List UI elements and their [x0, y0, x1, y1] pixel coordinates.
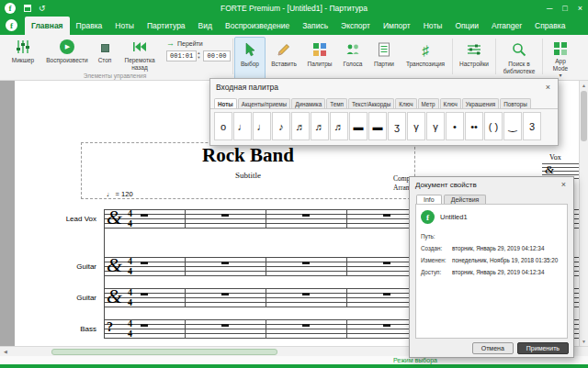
settings-label: Настройки	[459, 61, 489, 68]
instrument-label-guitar-2[interactable]: Guitar	[26, 294, 96, 302]
palette-item-quarter-rest[interactable]: ʒ	[388, 112, 406, 140]
input-palette-window[interactable]: Входная палитра × Ноты Акценты/приемы Ди…	[209, 78, 559, 146]
menu-tab-options[interactable]: Опции	[448, 17, 485, 35]
time-field[interactable]: 00:00	[203, 50, 230, 61]
palette-tab-notes[interactable]: Ноты	[214, 98, 237, 108]
properties-titlebar[interactable]: Документ свойств ×	[410, 177, 573, 192]
palette-item-sixteenth-rest[interactable]: γ	[426, 112, 445, 140]
palette-item-eighth-rest[interactable]: γ	[407, 112, 425, 140]
app-mode-button[interactable]: App Mode ▾	[544, 37, 577, 80]
menu-tab-score[interactable]: Партитура	[141, 17, 192, 35]
palette-item-half-note[interactable]: ♩	[233, 112, 252, 140]
vertical-scrollbar[interactable]: ▲ ▼	[579, 81, 588, 346]
parts-button[interactable]: Партии	[368, 37, 400, 80]
undo-icon[interactable]: ↺	[39, 0, 46, 17]
menu-tab-view[interactable]: Вид	[192, 17, 219, 35]
instrument-label-bass[interactable]: Bass	[26, 325, 96, 333]
menu-tab-notes-2[interactable]: Ноты	[417, 17, 449, 35]
menu-tab-playback[interactable]: Воспроизведение	[219, 17, 296, 35]
palette-item-tie[interactable]: ‿	[503, 112, 522, 140]
app-mode-label: App Mode	[548, 58, 572, 72]
score-subtitle[interactable]: Subtitle	[81, 171, 415, 180]
palette-item-thirty-second-note[interactable]: ♬	[311, 112, 329, 140]
scroll-down-icon[interactable]: ▼	[580, 337, 588, 346]
palette-tab-accents[interactable]: Акценты/приемы	[238, 98, 290, 108]
properties-close-icon[interactable]: ×	[560, 180, 568, 189]
tempo-marking[interactable]: ♩ = 120	[107, 190, 133, 198]
menu-tab-arranger[interactable]: Arranger	[485, 17, 528, 35]
parts-icon	[378, 40, 390, 59]
rewind-button[interactable]: Перемотка назад	[118, 38, 162, 72]
menu-tab-help[interactable]: Справка	[528, 17, 571, 35]
vertical-scroll-thumb[interactable]	[581, 91, 587, 141]
palette-tab-clef[interactable]: Ключ	[395, 98, 416, 108]
menu-tab-edit[interactable]: Правка	[70, 17, 109, 35]
properties-tab-actions[interactable]: Действия	[444, 195, 487, 204]
voices-label: Голоса	[344, 61, 363, 68]
save-icon[interactable]	[24, 5, 31, 12]
palette-item-double-dot[interactable]: ••	[465, 112, 483, 140]
scroll-up-icon[interactable]: ▲	[580, 81, 588, 90]
palette-tab-clef-2[interactable]: Ключ	[440, 98, 461, 108]
menu-tab-export[interactable]: Экспорт	[334, 17, 377, 35]
menu-tab-home[interactable]: Главная	[25, 17, 70, 35]
palette-titlebar[interactable]: Входная палитра ×	[210, 79, 558, 95]
voices-icon	[345, 40, 360, 59]
palette-item-parentheses[interactable]: ( )	[484, 112, 503, 140]
time-signature: 44	[126, 288, 134, 307]
position-stepper[interactable]: ▴ ▾	[198, 50, 199, 61]
time-signature: 44	[126, 319, 134, 339]
palette-tab-tempo[interactable]: Темп	[326, 98, 347, 108]
palette-tab-meter[interactable]: Метр	[418, 98, 439, 108]
ribbon-separator	[452, 39, 453, 74]
properties-tab-info[interactable]: Info	[416, 195, 442, 204]
palette-item-whole-note[interactable]: o	[214, 112, 232, 140]
cancel-button[interactable]: Отмена	[472, 342, 514, 354]
palette-item-sixty-fourth-note[interactable]: ♬	[330, 112, 348, 140]
select-label: Выбор	[241, 61, 259, 68]
palettes-button[interactable]: Палитры	[302, 37, 337, 80]
document-logo-icon: f	[421, 210, 435, 224]
palette-tab-repeats[interactable]: Повторы	[500, 98, 531, 108]
instrument-label-lead-vox[interactable]: Lead Vox	[26, 215, 96, 223]
palette-item-half-rest[interactable]: ▬	[368, 112, 387, 140]
palette-item-whole-rest[interactable]: ▬	[349, 112, 368, 140]
menu-tab-import[interactable]: Импорт	[377, 17, 417, 35]
palette-tab-dynamics[interactable]: Динамика	[291, 98, 325, 108]
property-row-modified: Изменен: понедельник, Ноябрь 19, 2018 01…	[421, 257, 562, 263]
file-menu-icon[interactable]: f	[6, 19, 17, 31]
library-search-button[interactable]: Поиск в библиотеке	[497, 37, 541, 80]
instrument-label-guitar-1[interactable]: Guitar	[26, 262, 96, 271]
settings-button[interactable]: Настройки	[454, 37, 494, 80]
palette-tab-ornaments[interactable]: Украшения	[462, 98, 499, 108]
palette-tab-text-chords[interactable]: Текст/Аккорды	[348, 98, 394, 108]
palette-close-icon[interactable]: ×	[544, 83, 552, 92]
horizontal-scroll-thumb[interactable]	[51, 349, 277, 355]
score-title[interactable]: Rock Band	[81, 144, 415, 167]
menu-tab-record[interactable]: Запись	[296, 17, 334, 35]
palette-item-dot[interactable]: •	[446, 112, 464, 140]
palette-item-tuplet[interactable]: 3	[523, 112, 541, 140]
insert-button[interactable]: Вставить	[266, 37, 302, 80]
mixer-button[interactable]: Микшер	[4, 38, 42, 65]
close-button[interactable]: ×	[578, 4, 582, 13]
palette-item-sixteenth-note[interactable]: ♬	[291, 112, 310, 140]
maximize-button[interactable]: □	[562, 4, 567, 13]
goto-button[interactable]: → Перейти	[166, 39, 231, 48]
voices-button[interactable]: Голоса	[337, 37, 368, 80]
palette-item-quarter-note[interactable]: ♩	[253, 112, 271, 140]
spin-down-icon[interactable]: ▾	[198, 56, 199, 61]
scroll-left-icon[interactable]: ◀	[1, 347, 10, 356]
position-field[interactable]: 001:01	[166, 50, 197, 61]
palette-title: Входная палитра	[216, 83, 278, 92]
menu-tab-notes[interactable]: Ноты	[108, 17, 141, 35]
transpose-button[interactable]: ♯ Транспозиция	[400, 37, 451, 80]
select-button[interactable]: Выбор	[234, 37, 266, 80]
minimize-button[interactable]: ─	[547, 4, 552, 13]
apply-button[interactable]: Применить	[517, 342, 569, 354]
time-signature: 44	[126, 257, 134, 276]
document-properties-dialog[interactable]: Документ свойств × Info Действия f Untit…	[409, 176, 574, 358]
palette-item-eighth-note[interactable]: ♪	[272, 112, 290, 140]
play-button[interactable]: ▶ Воспроизвести	[42, 38, 92, 65]
stop-button[interactable]: Стоп	[92, 38, 118, 65]
